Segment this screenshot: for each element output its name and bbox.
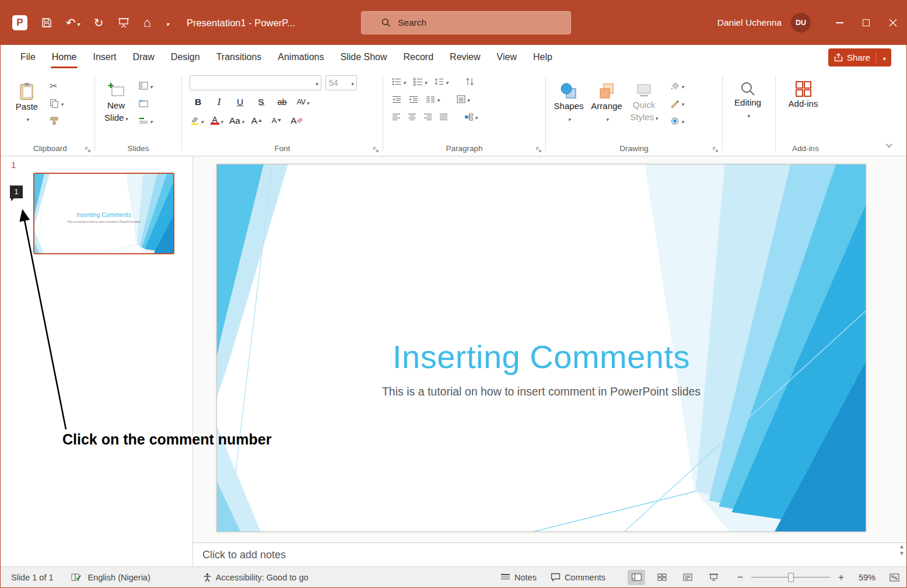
font-color-button[interactable]: A xyxy=(209,113,224,128)
start-slideshow-button[interactable] xyxy=(118,18,129,28)
ribbon-tab-bar: File Home Insert Draw Design Transitions… xyxy=(1,45,906,69)
language-button[interactable]: English (Nigeria) xyxy=(88,573,150,582)
reading-view-button[interactable] xyxy=(679,570,696,585)
tab-draw[interactable]: Draw xyxy=(124,45,162,69)
slide-sorter-button[interactable] xyxy=(653,570,671,585)
tab-help[interactable]: Help xyxy=(525,45,561,69)
line-spacing-button[interactable] xyxy=(435,75,449,88)
fit-slide-button[interactable] xyxy=(890,573,899,582)
maximize-button[interactable] xyxy=(853,1,880,45)
accessibility-icon xyxy=(203,573,212,582)
quick-styles-button[interactable]: Quick Styles xyxy=(626,79,662,123)
clipboard-dialog-launcher[interactable] xyxy=(85,146,91,153)
spellcheck-button[interactable] xyxy=(71,573,81,582)
normal-view-button[interactable] xyxy=(628,570,645,585)
collapse-ribbon-button[interactable] xyxy=(887,138,891,149)
tab-animations[interactable]: Animations xyxy=(269,45,332,69)
align-center-button[interactable] xyxy=(408,110,416,123)
minimize-button[interactable] xyxy=(826,1,853,45)
tab-slideshow[interactable]: Slide Show xyxy=(332,45,395,69)
slideshow-view-button[interactable] xyxy=(705,570,722,585)
powerpoint-logo-icon[interactable] xyxy=(12,15,27,30)
paragraph-dialog-launcher[interactable] xyxy=(535,146,542,153)
home-button[interactable] xyxy=(143,15,151,30)
shape-outline-button[interactable] xyxy=(670,97,684,110)
editing-button[interactable]: Editing xyxy=(727,75,769,120)
change-case-button[interactable]: Aa xyxy=(229,113,244,128)
tab-file[interactable]: File xyxy=(12,45,44,69)
comment-badge[interactable]: 1 xyxy=(10,186,23,198)
notes-pane[interactable]: Click to add notes ▲ ▼ xyxy=(193,542,906,566)
bold-button[interactable]: B xyxy=(191,94,205,109)
reset-slide-button[interactable] xyxy=(139,97,153,110)
share-button[interactable]: Share xyxy=(828,48,891,66)
tab-transitions[interactable]: Transitions xyxy=(208,45,270,69)
cut-button[interactable] xyxy=(50,79,64,92)
text-highlight-button[interactable] xyxy=(190,113,204,128)
shapes-button[interactable]: Shapes xyxy=(550,79,587,123)
font-dialog-launcher[interactable] xyxy=(373,146,379,153)
slide-title[interactable]: Inserting Comments xyxy=(252,338,831,376)
slide-subtitle[interactable]: This is a tutorial on how to insert comm… xyxy=(252,385,831,398)
copy-button[interactable] xyxy=(50,97,64,110)
arrange-button[interactable]: Arrange xyxy=(587,79,626,123)
zoom-slider[interactable] xyxy=(751,572,830,583)
slide-indicator[interactable]: Slide 1 of 1 xyxy=(11,573,54,582)
paste-button[interactable]: Paste xyxy=(10,79,44,124)
justify-button[interactable] xyxy=(439,110,448,123)
format-painter-button[interactable] xyxy=(50,114,64,127)
slide-thumbnail[interactable]: Inserting Comments This is a tutorial on… xyxy=(33,173,174,254)
increase-font-button[interactable]: A xyxy=(250,113,264,128)
next-slide-button[interactable]: ▼ xyxy=(899,551,905,556)
search-box[interactable]: Search xyxy=(361,11,571,34)
comments-toggle[interactable]: Comments xyxy=(551,573,605,582)
shape-effects-button[interactable] xyxy=(670,114,684,127)
text-direction-button[interactable] xyxy=(465,75,474,88)
slide-canvas[interactable]: Inserting Comments This is a tutorial on… xyxy=(216,164,866,532)
tab-design[interactable]: Design xyxy=(163,45,208,69)
tab-view[interactable]: View xyxy=(489,45,525,69)
underline-button[interactable]: U xyxy=(233,94,247,109)
accessibility-status[interactable]: Accessibility: Good to go xyxy=(203,573,309,582)
strikethrough-button[interactable]: ab xyxy=(275,94,289,109)
user-name[interactable]: Daniel Uchenna xyxy=(717,18,782,28)
customize-qat-button[interactable] xyxy=(165,16,169,29)
align-right-button[interactable] xyxy=(423,110,432,123)
redo-button[interactable] xyxy=(94,16,104,30)
increase-indent-button[interactable] xyxy=(409,93,418,106)
clear-formatting-button[interactable]: A xyxy=(289,113,304,128)
close-button[interactable] xyxy=(880,1,906,45)
align-text-button[interactable] xyxy=(457,93,470,106)
shape-fill-button[interactable] xyxy=(670,79,684,92)
text-shadow-button[interactable]: S xyxy=(254,94,268,109)
save-button[interactable] xyxy=(41,18,52,28)
italic-button[interactable]: I xyxy=(212,94,226,109)
tab-home[interactable]: Home xyxy=(44,45,85,69)
tab-insert[interactable]: Insert xyxy=(85,45,124,69)
character-spacing-button[interactable]: AV xyxy=(296,94,310,109)
zoom-percentage[interactable]: 59% xyxy=(852,573,876,582)
section-button[interactable] xyxy=(139,114,153,127)
align-left-button[interactable] xyxy=(392,110,401,123)
user-avatar[interactable]: DU xyxy=(791,13,811,33)
convert-smartart-button[interactable] xyxy=(464,110,478,123)
undo-button[interactable] xyxy=(66,16,80,30)
zoom-out-button[interactable]: − xyxy=(736,572,744,583)
bullet-list-button[interactable] xyxy=(392,75,406,88)
notes-toggle[interactable]: Notes xyxy=(500,573,537,582)
numbered-list-button[interactable] xyxy=(414,75,428,88)
decrease-font-button[interactable]: A xyxy=(269,113,284,128)
decrease-indent-button[interactable] xyxy=(392,93,401,106)
tab-record[interactable]: Record xyxy=(395,45,442,69)
slide-layout-button[interactable] xyxy=(139,79,153,92)
tab-review[interactable]: Review xyxy=(442,45,488,69)
columns-button[interactable] xyxy=(426,93,440,106)
zoom-in-button[interactable]: + xyxy=(837,572,845,583)
add-ins-button[interactable]: Add-ins xyxy=(780,75,827,110)
new-slide-button[interactable]: New Slide xyxy=(99,79,133,124)
font-size-combobox[interactable]: 54 xyxy=(325,75,357,90)
font-name-combobox[interactable] xyxy=(190,75,321,90)
previous-slide-button[interactable]: ▲ xyxy=(899,544,905,550)
zoom-slider-handle[interactable] xyxy=(788,573,794,582)
drawing-dialog-launcher[interactable] xyxy=(712,146,719,153)
